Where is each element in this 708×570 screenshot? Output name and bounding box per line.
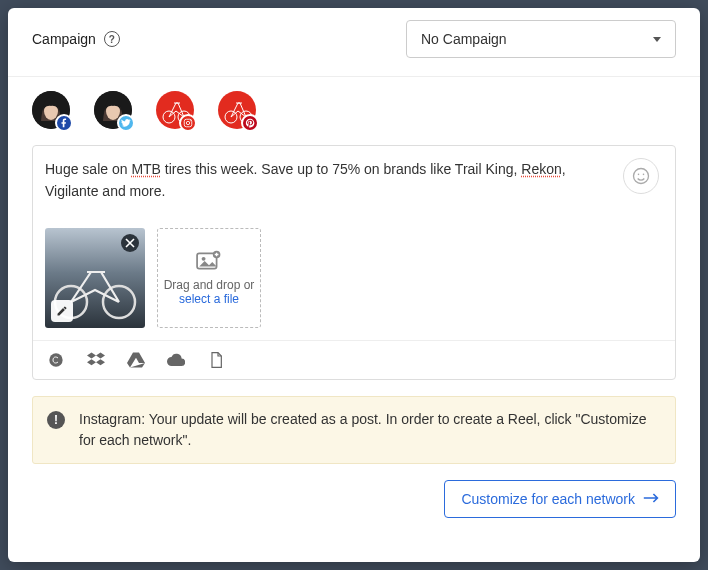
campaign-dropdown[interactable]: No Campaign (406, 20, 676, 58)
spellcheck-word: Rekon (521, 161, 561, 177)
media-row: Drag and drop or select a file (33, 216, 675, 340)
media-dropzone[interactable]: Drag and drop or select a file (157, 228, 261, 328)
campaign-label: Campaign (32, 31, 96, 47)
cloud-icon[interactable] (167, 351, 185, 369)
dropbox-icon[interactable] (87, 351, 105, 369)
customize-network-label: Customize for each network (461, 491, 635, 507)
modal-footer: Customize for each network (8, 464, 700, 538)
campaign-dropdown-value: No Campaign (421, 31, 507, 47)
remove-media-button[interactable] (121, 234, 139, 252)
svg-point-8 (190, 120, 191, 121)
twitter-icon (117, 114, 135, 132)
composer-textarea[interactable]: Huge sale on MTB tires this week. Save u… (33, 146, 675, 216)
image-upload-icon (196, 250, 222, 272)
google-drive-icon[interactable] (127, 351, 145, 369)
svg-point-13 (643, 174, 645, 176)
spellcheck-word: MTB (131, 161, 161, 177)
pinterest-icon (241, 114, 259, 132)
help-icon[interactable]: ? (104, 31, 120, 47)
composer: Huge sale on MTB tires this week. Save u… (32, 145, 676, 380)
media-thumbnail[interactable] (45, 228, 145, 328)
edit-media-button[interactable] (51, 300, 73, 322)
facebook-icon (55, 114, 73, 132)
alert-text: Instagram: Your update will be created a… (79, 409, 661, 451)
channel-facebook[interactable] (32, 91, 70, 129)
channel-instagram[interactable] (156, 91, 194, 129)
svg-point-17 (202, 257, 206, 261)
canva-icon[interactable] (47, 351, 65, 369)
svg-point-19 (49, 353, 62, 366)
instagram-alert: ! Instagram: Your update will be created… (32, 396, 676, 464)
svg-point-7 (186, 121, 189, 124)
channel-pinterest[interactable] (218, 91, 256, 129)
compose-modal: Campaign ? No Campaign (8, 8, 700, 562)
channel-selector (8, 77, 700, 145)
dropzone-link[interactable]: select a file (164, 292, 255, 306)
dropzone-text: Drag and drop or (164, 278, 255, 292)
channel-twitter[interactable] (94, 91, 132, 129)
customize-network-button[interactable]: Customize for each network (444, 480, 676, 518)
campaign-header: Campaign ? No Campaign (8, 8, 700, 76)
file-icon[interactable] (207, 351, 225, 369)
arrow-right-icon (643, 491, 659, 507)
svg-point-12 (638, 174, 640, 176)
info-icon: ! (47, 411, 65, 429)
chevron-down-icon (653, 37, 661, 42)
media-sources (33, 340, 675, 379)
instagram-icon (179, 114, 197, 132)
svg-point-11 (634, 169, 649, 184)
emoji-button[interactable] (623, 158, 659, 194)
